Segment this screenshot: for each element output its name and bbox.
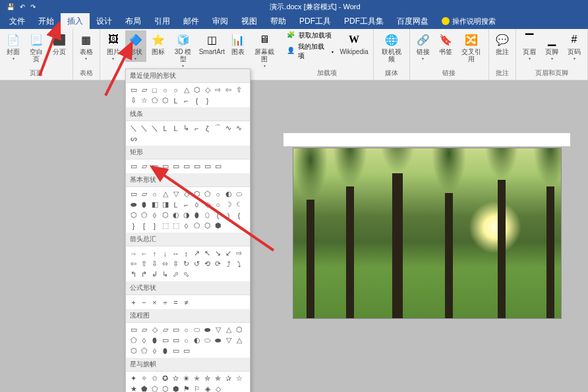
bookmark-button[interactable]: 🔖书签 bbox=[435, 30, 456, 57]
shape-option[interactable]: ✯ bbox=[213, 374, 223, 383]
shape-option[interactable]: ✬ bbox=[181, 374, 191, 383]
shape-option[interactable]: ★ bbox=[129, 384, 138, 392]
shape-option[interactable]: − bbox=[139, 297, 149, 307]
shape-option[interactable]: ↳ bbox=[160, 269, 170, 279]
page-number-button[interactable]: #页码▾ bbox=[564, 30, 585, 62]
shape-option[interactable]: ⤵ bbox=[234, 259, 244, 269]
tab-设计[interactable]: 设计 bbox=[90, 13, 119, 30]
shape-option[interactable]: △ bbox=[181, 85, 191, 95]
shape-option[interactable]: ⬮ bbox=[160, 346, 170, 356]
link-button[interactable]: 🔗链接▾ bbox=[413, 30, 434, 62]
shape-option[interactable]: ◇ bbox=[213, 384, 223, 392]
shape-option[interactable]: = bbox=[171, 297, 181, 307]
shape-option[interactable]: ∿ bbox=[223, 123, 233, 133]
shape-option[interactable]: ▽ bbox=[213, 325, 223, 335]
shape-option[interactable]: ✭ bbox=[192, 374, 202, 383]
tell-me-search[interactable]: 操作说明搜索 bbox=[442, 16, 496, 26]
shape-option[interactable]: × bbox=[150, 297, 160, 307]
shape-option[interactable]: △ bbox=[223, 325, 233, 335]
redo-icon[interactable]: ↷ bbox=[30, 3, 36, 11]
shape-option[interactable]: L bbox=[171, 96, 181, 105]
shape-option[interactable]: ⬭ bbox=[202, 335, 212, 345]
shape-option[interactable]: ∿ bbox=[234, 123, 244, 133]
footer-button[interactable]: ▁页脚▾ bbox=[541, 30, 562, 62]
shape-option[interactable]: ⇩ bbox=[150, 259, 160, 269]
shape-option[interactable]: ○ bbox=[171, 85, 181, 95]
shape-option[interactable]: ◇ bbox=[202, 85, 212, 95]
shape-option[interactable]: ○ bbox=[160, 85, 170, 95]
3d-models-button[interactable]: 🧊3D 模型▾ bbox=[170, 30, 196, 69]
shape-option[interactable]: ⬬ bbox=[202, 325, 212, 335]
shape-option[interactable]: → bbox=[129, 248, 138, 258]
shape-option[interactable]: ▭ bbox=[181, 346, 191, 356]
tab-引用[interactable]: 引用 bbox=[148, 13, 177, 30]
tab-布局[interactable]: 布局 bbox=[119, 13, 148, 30]
shape-option[interactable]: ✪ bbox=[160, 374, 170, 383]
shape-option[interactable]: ⬠ bbox=[139, 346, 149, 356]
shape-option[interactable]: ▭ bbox=[171, 346, 181, 356]
shape-option[interactable]: ⬮ bbox=[150, 335, 160, 345]
shape-option[interactable]: ⌐ bbox=[192, 123, 202, 133]
shape-option[interactable]: ⬠ bbox=[150, 384, 160, 392]
cross-ref-button[interactable]: 🔀交叉引用 bbox=[457, 30, 486, 64]
shape-option[interactable]: ✮ bbox=[202, 374, 212, 383]
shape-option[interactable]: ⤴ bbox=[223, 259, 233, 269]
my-addins-button[interactable]: 👤我的加载项▾ bbox=[284, 42, 336, 61]
shape-option[interactable]: ↳ bbox=[181, 123, 191, 133]
shape-option[interactable]: ＼ bbox=[150, 123, 160, 133]
shape-option[interactable]: ✦ bbox=[129, 374, 138, 383]
shape-option[interactable]: { bbox=[192, 96, 202, 105]
shape-option[interactable]: ⬡ bbox=[234, 325, 244, 335]
shape-option[interactable]: ○ bbox=[181, 325, 191, 335]
shape-option[interactable]: ▭ bbox=[171, 335, 181, 345]
shape-option[interactable]: ⬢ bbox=[171, 384, 181, 392]
shape-option[interactable]: ⬁ bbox=[181, 269, 191, 279]
shape-option[interactable]: ⬬ bbox=[213, 335, 223, 345]
shape-option[interactable]: ⇧ bbox=[139, 259, 149, 269]
shape-option[interactable]: ◊ bbox=[150, 346, 160, 356]
shape-option[interactable]: ✧ bbox=[139, 374, 149, 383]
shape-option[interactable]: ⬀ bbox=[171, 269, 181, 279]
shape-option[interactable]: ◊ bbox=[139, 335, 149, 345]
save-icon[interactable]: 💾 bbox=[7, 3, 15, 11]
shape-option[interactable]: ▽ bbox=[223, 335, 233, 345]
shape-option[interactable]: ⚑ bbox=[181, 384, 191, 392]
shape-option[interactable]: ⬭ bbox=[192, 325, 202, 335]
get-addins-button[interactable]: 🧩获取加载项 bbox=[284, 30, 336, 41]
shape-option[interactable]: ⬡ bbox=[160, 96, 170, 105]
shape-option[interactable]: ↺ bbox=[192, 259, 202, 269]
shape-option[interactable]: ⟲ bbox=[202, 259, 212, 269]
shape-option[interactable]: + bbox=[129, 297, 138, 307]
shape-option[interactable]: ○ bbox=[181, 335, 191, 345]
chart-button[interactable]: 📊图表 bbox=[227, 30, 249, 57]
shape-option[interactable]: ⬡ bbox=[129, 210, 138, 220]
shape-option[interactable]: ↻ bbox=[181, 259, 191, 269]
tab-审阅[interactable]: 审阅 bbox=[206, 13, 235, 30]
shape-option[interactable]: ▭ bbox=[160, 335, 170, 345]
shape-option[interactable]: } bbox=[202, 96, 212, 105]
shape-option[interactable]: ▱ bbox=[160, 325, 170, 335]
shape-option[interactable]: △ bbox=[234, 335, 244, 345]
shape-option[interactable]: ⬬ bbox=[129, 200, 138, 210]
tab-百度网盘[interactable]: 百度网盘 bbox=[390, 13, 435, 30]
shape-option[interactable]: ◇ bbox=[150, 325, 160, 335]
shape-option[interactable]: ▭ bbox=[129, 189, 138, 199]
shape-option[interactable]: ↱ bbox=[139, 269, 149, 279]
wikipedia-button[interactable]: WWikipedia bbox=[338, 30, 370, 57]
shape-option[interactable]: ⚐ bbox=[192, 384, 202, 392]
shape-option[interactable]: ⬠ bbox=[129, 335, 138, 345]
shape-option[interactable]: ✩ bbox=[150, 374, 160, 383]
shape-option[interactable]: ▭ bbox=[171, 325, 181, 335]
shape-option[interactable]: ⇦ bbox=[223, 85, 233, 95]
shape-option[interactable]: ↰ bbox=[129, 269, 138, 279]
shape-option[interactable]: ⬟ bbox=[139, 384, 149, 392]
tab-帮助[interactable]: 帮助 bbox=[264, 13, 293, 30]
shape-option[interactable]: ⟳ bbox=[213, 259, 223, 269]
comment-button[interactable]: 💬批注 bbox=[492, 30, 513, 57]
tab-PDF工具集[interactable]: PDF工具集 bbox=[338, 13, 390, 30]
shape-option[interactable]: ⌒ bbox=[213, 123, 223, 133]
shape-option[interactable]: ≠ bbox=[181, 297, 191, 307]
shape-option[interactable]: L bbox=[171, 123, 181, 133]
shape-option[interactable]: ☆ bbox=[234, 374, 244, 383]
tab-PDF工具[interactable]: PDF工具 bbox=[293, 13, 338, 30]
